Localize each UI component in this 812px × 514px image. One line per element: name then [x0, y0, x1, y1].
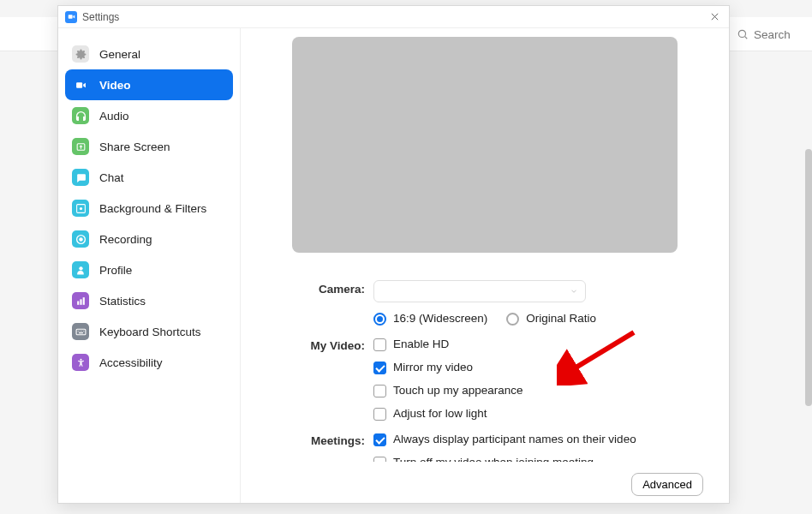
svg-point-22: [80, 358, 81, 360]
accessibility-icon: [72, 354, 89, 371]
svg-point-12: [79, 266, 82, 270]
window-title: Settings: [82, 11, 119, 23]
camera-label: Camera:: [241, 280, 365, 296]
checkbox-icon: [373, 433, 386, 446]
camera-dropdown[interactable]: [373, 280, 586, 302]
sidebar-item-label: Accessibility: [99, 356, 163, 369]
checkbox-icon: [373, 457, 386, 463]
svg-point-0: [738, 30, 745, 37]
myvideo-enable-hd-option[interactable]: Enable HD: [373, 337, 712, 352]
svg-rect-6: [76, 82, 82, 88]
sidebar-item-keyboard-shortcuts[interactable]: Keyboard Shortcuts: [65, 316, 233, 347]
keyboard-icon: [72, 323, 89, 340]
sidebar-item-statistics[interactable]: Statistics: [65, 285, 233, 316]
sidebar-item-label: Keyboard Shortcuts: [99, 326, 201, 338]
close-button[interactable]: [707, 9, 722, 25]
background-search[interactable]: [737, 23, 797, 45]
video-icon: [72, 76, 89, 93]
sidebar: GeneralVideoAudioShare ScreenChatBackgro…: [58, 28, 241, 503]
search-icon: [737, 28, 749, 40]
profile-icon: [72, 261, 89, 278]
svg-point-9: [79, 206, 81, 209]
app-icon: [65, 11, 77, 23]
myvideo-touchup-label: Touch up my appearance: [393, 383, 523, 398]
meetings-video-off-join-label: Turn off my video when joining meeting: [393, 455, 594, 462]
chevron-down-icon: [570, 285, 578, 298]
checkbox-icon: [373, 338, 386, 351]
settings-window: Settings GeneralVideoAudioShare ScreenCh…: [57, 5, 730, 504]
footer: Advanced: [241, 465, 729, 503]
myvideo-mirror-option[interactable]: Mirror my video: [373, 360, 712, 375]
sidebar-item-accessibility[interactable]: Accessibility: [65, 347, 233, 378]
sidebar-item-label: Profile: [99, 264, 132, 277]
main-panel: Camera: 16:9 (Wide: [241, 28, 729, 503]
svg-rect-15: [82, 297, 84, 305]
myvideo-label: My Video:: [241, 337, 365, 352]
radio-icon-selected: [373, 313, 386, 326]
sidebar-item-label: Audio: [99, 110, 129, 123]
myvideo-mirror-label: Mirror my video: [393, 360, 473, 375]
video-preview: [292, 37, 678, 253]
sidebar-item-label: General: [99, 48, 140, 61]
close-icon: [710, 12, 719, 21]
myvideo-touchup-option[interactable]: Touch up my appearance: [373, 383, 712, 398]
sidebar-item-recording[interactable]: Recording: [65, 224, 233, 254]
headphones-icon: [72, 107, 89, 124]
advanced-button[interactable]: Advanced: [631, 473, 703, 496]
checkbox-icon: [373, 362, 386, 374]
myvideo-enable-hd-label: Enable HD: [393, 337, 449, 352]
svg-rect-16: [76, 329, 86, 335]
sidebar-item-share-screen[interactable]: Share Screen: [65, 131, 233, 162]
chat-icon: [72, 169, 89, 186]
share-icon: [72, 138, 89, 155]
sidebar-item-label: Video: [99, 79, 131, 92]
stats-icon: [72, 292, 89, 309]
radio-icon: [506, 313, 519, 326]
sidebar-item-label: Recording: [99, 233, 152, 246]
checkbox-icon: [373, 408, 386, 421]
sidebar-item-label: Chat: [99, 171, 124, 184]
svg-rect-13: [77, 301, 79, 304]
svg-rect-14: [80, 299, 81, 305]
sidebar-item-label: Background & Filters: [99, 202, 206, 215]
titlebar: Settings: [58, 6, 729, 28]
record-icon: [72, 230, 89, 248]
page-scrollbar[interactable]: [805, 149, 812, 406]
svg-line-1: [745, 37, 748, 39]
aspect-original-label: Original Ratio: [526, 311, 596, 326]
sidebar-item-label: Statistics: [99, 295, 146, 308]
gear-icon: [72, 45, 89, 63]
meetings-label: Meetings:: [241, 432, 365, 447]
checkbox-icon: [373, 385, 386, 397]
aspect-original-option[interactable]: Original Ratio: [506, 311, 596, 326]
myvideo-lowlight-label: Adjust for low light: [393, 406, 487, 421]
sidebar-item-chat[interactable]: Chat: [65, 162, 233, 193]
meetings-video-off-join-option[interactable]: Turn off my video when joining meeting: [373, 455, 712, 462]
sidebar-item-general[interactable]: General: [65, 39, 233, 69]
myvideo-lowlight-option[interactable]: Adjust for low light: [373, 406, 712, 421]
filters-icon: [72, 200, 89, 217]
aspect-wide-option[interactable]: 16:9 (Widescreen): [373, 311, 487, 326]
sidebar-item-profile[interactable]: Profile: [65, 254, 233, 285]
svg-point-11: [79, 237, 81, 240]
search-input[interactable]: [754, 28, 797, 41]
meetings-display-names-option[interactable]: Always display participant names on thei…: [373, 432, 712, 447]
aspect-wide-label: 16:9 (Widescreen): [393, 311, 487, 326]
sidebar-item-audio[interactable]: Audio: [65, 100, 233, 131]
sidebar-item-label: Share Screen: [99, 140, 170, 153]
meetings-display-names-label: Always display participant names on thei…: [393, 432, 636, 447]
svg-rect-2: [68, 15, 72, 19]
sidebar-item-background-filters[interactable]: Background & Filters: [65, 193, 233, 224]
sidebar-item-video[interactable]: Video: [65, 69, 233, 100]
